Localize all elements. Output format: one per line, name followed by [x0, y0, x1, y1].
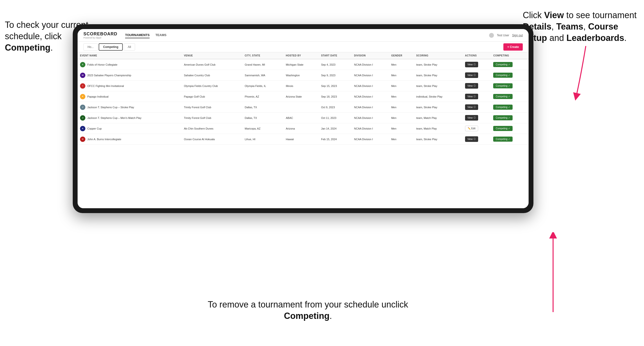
cell-action: View ⓘ [463, 102, 491, 113]
cell-hosted-by: Michigan State [284, 59, 318, 70]
user-icon [489, 33, 494, 38]
cell-event-name: J Jackson T. Stephens Cup – Men's Match … [78, 113, 181, 123]
nav-tournaments[interactable]: TOURNAMENTS [125, 32, 150, 38]
cell-hosted-by: Arizona [284, 123, 318, 134]
cell-hosted-by [284, 102, 318, 113]
sign-out-link[interactable]: Sign out [512, 34, 523, 37]
cell-hosted-by: Washington [284, 70, 318, 81]
team-logo: H [80, 137, 85, 142]
cell-hosted-by: Illinois [284, 81, 318, 91]
cell-competing: Competing ✓ [491, 113, 528, 123]
col-actions: ACTIONS [463, 52, 491, 59]
table-row: J Jackson T. Stephens Cup – Men's Match … [78, 113, 528, 123]
annotation-top-right: Click View to see tournament Details, Te… [523, 10, 639, 44]
cell-action: View ⓘ [463, 70, 491, 81]
cell-scoring: team, Stroke Play [414, 134, 463, 145]
cell-scoring: team, Stroke Play [414, 70, 463, 81]
cell-event-name: P Papago Individual [78, 91, 181, 102]
tab-competing[interactable]: Competing [99, 43, 123, 51]
table-body: S Folds of Honor Collegiate American Dun… [78, 59, 528, 145]
event-name-text: Jackson T. Stephens Cup – Men's Match Pl… [87, 117, 141, 119]
cell-division: NCAA Division I [352, 113, 389, 123]
table-row: H John A. Burns Intercollegiate Ocean Co… [78, 134, 528, 145]
cell-city: Phoenix, AZ [242, 91, 283, 102]
competing-button[interactable]: Competing ✓ [493, 126, 512, 131]
create-button[interactable]: + Create [503, 43, 523, 51]
edit-button[interactable]: ✏️ Edit [465, 126, 478, 131]
cell-event-name: H John A. Burns Intercollegiate [78, 134, 181, 145]
tab-home[interactable]: Ho... [84, 43, 98, 51]
event-name-text: OFCC Fighting Illini Invitational [87, 84, 124, 87]
competing-button[interactable]: Competing ✓ [493, 115, 512, 120]
competing-button[interactable]: Competing ✓ [493, 105, 512, 110]
team-logo: I [80, 83, 85, 89]
event-name-text: John A. Burns Intercollegiate [87, 138, 121, 141]
view-button[interactable]: View ⓘ [465, 72, 478, 78]
cell-action: View ⓘ [463, 113, 491, 123]
view-button[interactable]: View ⓘ [465, 104, 478, 110]
col-scoring: SCORING [414, 52, 463, 59]
cell-division: NCAA Division I [352, 81, 389, 91]
cell-scoring: team, Match Play [414, 113, 463, 123]
cell-competing: Competing ✓ [491, 123, 528, 134]
cell-competing: Competing ✓ [491, 102, 528, 113]
cell-division: NCAA Division I [352, 134, 389, 145]
cell-gender: Men [389, 102, 414, 113]
cell-gender: Men [389, 91, 414, 102]
col-city-state: CITY, STATE [242, 52, 283, 59]
view-button[interactable]: View ⓘ [465, 115, 478, 121]
view-button[interactable]: View ⓘ [465, 83, 478, 89]
event-name-text: 2023 Sahalee Players Championship [87, 74, 131, 77]
cell-scoring: team, Stroke Play [414, 59, 463, 70]
cell-venue: Olympia Fields Country Club [181, 81, 242, 91]
competing-button[interactable]: Competing ✓ [493, 73, 512, 78]
competing-button[interactable]: Competing ✓ [493, 94, 512, 99]
cell-hosted-by: Arizona State [284, 91, 318, 102]
cell-venue: Papago Golf Club [181, 91, 242, 102]
cell-event-name: J Jackson T. Stephens Cup – Stroke Play [78, 102, 181, 113]
cell-division: NCAA Division I [352, 123, 389, 134]
team-logo: J [80, 115, 85, 121]
col-hosted-by: HOSTED BY [284, 52, 318, 59]
header-right: Test User Sign out [489, 33, 523, 38]
cell-division: NCAA Division I [352, 59, 389, 70]
cell-venue: American Dunes Golf Club [181, 59, 242, 70]
cell-competing: Competing ✓ [491, 70, 528, 81]
competing-button[interactable]: Competing ✓ [493, 137, 512, 142]
annotation-bottom-text: To remove a tournament from your schedul… [208, 300, 408, 321]
cell-venue: Sahalee Country Club [181, 70, 242, 81]
annotation-view-bold: View [544, 10, 564, 20]
tablet-frame: SCOREBOARD Powered by clippd TOURNAMENTS… [73, 24, 534, 213]
event-name-text: Papago Individual [87, 95, 108, 98]
col-competing: COMPETING [491, 52, 528, 59]
col-division: DIVISION [352, 52, 389, 59]
cell-city: Olympia Fields, IL [242, 81, 283, 91]
table-row: S Folds of Honor Collegiate American Dun… [78, 59, 528, 70]
table-header-row: EVENT NAME VENUE CITY, STATE HOSTED BY S… [78, 52, 528, 59]
tab-all[interactable]: All [124, 43, 135, 51]
logo-area: SCOREBOARD Powered by clippd [84, 31, 117, 39]
table-row: W 2023 Sahalee Players Championship Saha… [78, 70, 528, 81]
cell-start-date: Sep 18, 2023 [318, 91, 352, 102]
sub-nav: Ho... Competing All + Create [78, 42, 528, 52]
nav-teams[interactable]: TEAMS [156, 32, 166, 38]
annotation-leaderboards-bold: Leaderboards [566, 33, 624, 43]
cell-city: Lihue, HI [242, 134, 283, 145]
view-button[interactable]: View ⓘ [465, 136, 478, 142]
cell-hosted-by: Hawaii [284, 134, 318, 145]
cell-start-date: Sep 15, 2023 [318, 81, 352, 91]
cell-start-date: Sep 9, 2023 [318, 70, 352, 81]
cell-scoring: individual, Stroke Play [414, 91, 463, 102]
view-button[interactable]: View ⓘ [465, 94, 478, 99]
competing-button[interactable]: Competing ✓ [493, 83, 512, 88]
competing-button[interactable]: Competing ✓ [493, 62, 512, 67]
cell-city: Dallas, TX [242, 102, 283, 113]
cell-event-name: W 2023 Sahalee Players Championship [78, 70, 181, 81]
cell-city: Grand Haven, MI [242, 59, 283, 70]
tab-group: Ho... Competing All [84, 43, 135, 51]
view-button[interactable]: View ⓘ [465, 62, 478, 67]
arrow-right-to-view [566, 44, 596, 107]
table-row: I OFCC Fighting Illini Invitational Olym… [78, 81, 528, 91]
tournaments-table: EVENT NAME VENUE CITY, STATE HOSTED BY S… [78, 52, 528, 145]
col-event-name: EVENT NAME [78, 52, 181, 59]
